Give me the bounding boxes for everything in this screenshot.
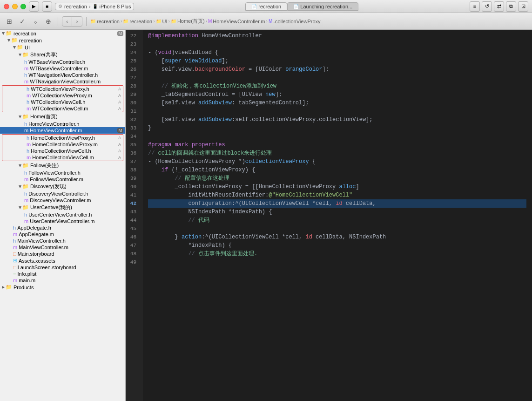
bc-item-6[interactable]: M -collectionViewProxy: [269, 19, 321, 24]
sidebar-item-label: WTCollectionViewProxy.h: [31, 86, 118, 92]
sidebar-item-mainvc-h[interactable]: h MainViewController.h: [0, 238, 125, 244]
sidebar-item-label: Share(共享): [30, 51, 125, 58]
sidebar-item-homecell-m[interactable]: m HomeCollectionViewCell.m A: [2, 154, 123, 161]
sidebar-item-usercentervc-h[interactable]: h UserCenterViewController.h: [0, 211, 125, 218]
sidebar-item-wtcell-m[interactable]: m WTCollectionViewCell.m A: [2, 105, 123, 112]
forward-arrow[interactable]: ›: [72, 16, 82, 27]
code-line-34: [148, 132, 526, 141]
close-button[interactable]: [4, 4, 9, 9]
sidebar-item-wtnav-m[interactable]: m WTNavigationViewController.m: [0, 78, 125, 85]
code-line-47: *indexPath) {: [148, 241, 526, 250]
sidebar-item-discovery[interactable]: ▶ 📁 Discovery(发现): [0, 183, 125, 190]
run-button[interactable]: ▶: [29, 1, 39, 12]
sidebar-item-mainvc-m[interactable]: m MainViewController.m: [0, 244, 125, 251]
tab-recreation[interactable]: 📄 recreation: [245, 2, 287, 11]
check-button[interactable]: ✓: [17, 16, 28, 27]
sidebar-item-label: Assets.xcassets: [19, 258, 125, 264]
badge-a: A: [118, 136, 121, 140]
sidebar-item-main-m[interactable]: m main.m: [0, 277, 125, 284]
sidebar-item-assets[interactable]: ⊞ Assets.xcassets: [0, 257, 125, 264]
device-name: iPhone 8 Plus: [100, 4, 131, 9]
sidebar-item-wtbase-h[interactable]: h WTBaseViewController.h: [0, 59, 125, 65]
sidebar-item-label: FollowViewController.m: [30, 177, 125, 182]
stop-button[interactable]: ■: [42, 1, 52, 12]
line-numbers: 22 23 24 25 26 27 28 29 30 31 32 33 34 3…: [126, 30, 142, 401]
sidebar-item-label: recreation: [13, 31, 117, 36]
h-file-icon: h: [24, 212, 27, 217]
sidebar-item-discoveryvc-h[interactable]: h DiscoveryViewController.h: [0, 190, 125, 197]
code-line-24: - (void)viewDidLoad {: [148, 48, 526, 57]
bc-folder-icon-4: 📁: [171, 19, 176, 24]
sidebar-item-followvc-h[interactable]: h FollowViewController.h: [0, 170, 125, 176]
sidebar-item-usercentervc-m[interactable]: m UserCenterViewController.m: [0, 218, 125, 224]
navigator-toggle[interactable]: ≡: [470, 1, 480, 12]
scheme-selector[interactable]: ⚙ recreation › 📱 iPhone 8 Plus: [55, 3, 134, 10]
sidebar-item-appdelegate-h[interactable]: h AppDelegate.h: [0, 224, 125, 231]
sidebar-item-main-storyboard[interactable]: □ Main.storyboard: [0, 251, 125, 257]
sidebar-item-launch-storyboard[interactable]: □ LaunchScreen.storyboard: [0, 264, 125, 271]
badge-a: A: [118, 149, 121, 153]
split-button[interactable]: ⧉: [506, 1, 516, 12]
sidebar-item-wtbase-m[interactable]: m WTBaseViewController.m: [0, 65, 125, 72]
add-button[interactable]: ⊞: [4, 16, 15, 27]
swap-button[interactable]: ⇄: [494, 1, 504, 12]
bc-item-3[interactable]: 📁 UI: [156, 19, 168, 24]
layout-button[interactable]: ⊡: [518, 1, 528, 12]
refresh-button[interactable]: ↺: [482, 1, 492, 12]
sidebar-item-follow[interactable]: ▶ 📁 Follow(关注): [0, 162, 125, 170]
sidebar-item-label: WTCollectionViewCell.h: [31, 99, 118, 105]
sidebar-item-recreation-child[interactable]: ▶ 📁 recreation: [0, 37, 125, 44]
badge-m: M: [117, 31, 124, 36]
sidebar-item-homevc-m[interactable]: m HomeViewController.m M: [0, 127, 125, 134]
sidebar-item-homevc-h[interactable]: h HomeViewController.h: [0, 121, 125, 127]
m-file-icon: m: [24, 197, 28, 203]
bc-label-6: -collectionViewProxy: [273, 19, 320, 24]
diamond-button[interactable]: ⬦: [30, 16, 41, 27]
triangle-icon: ▶: [1, 32, 6, 35]
sidebar-item-label: WTBaseViewController.m: [30, 66, 125, 71]
sidebar-item-wtnav-h[interactable]: h WTNavigationViewController.h: [0, 72, 125, 78]
sidebar-item-home[interactable]: ▶ 📁 Home(首页): [0, 113, 125, 121]
maximize-button[interactable]: [20, 4, 26, 9]
sidebar-item-homeproxy-h[interactable]: h HomeCollectionViewProxy.h A: [2, 135, 123, 141]
bc-file-icon-5: M: [208, 19, 212, 24]
code-editor[interactable]: 22 23 24 25 26 27 28 29 30 31 32 33 34 3…: [126, 30, 532, 401]
sidebar-item-wtcell-h[interactable]: h WTCollectionViewCell.h A: [2, 99, 123, 105]
bc-item-4[interactable]: 📁 Home(首页): [171, 18, 205, 25]
m-file-icon: m: [27, 155, 31, 160]
sidebar-item-followvc-m[interactable]: m FollowViewController.m: [0, 176, 125, 183]
sidebar-item-homeproxy-m[interactable]: m HomeCollectionViewProxy.m A: [2, 141, 123, 148]
sidebar-item-appdelegate-m[interactable]: m AppDelegate.m: [0, 231, 125, 238]
line-num-27: 27: [128, 74, 138, 82]
sidebar-item-wtproxy-m[interactable]: m WTCollectionViewProxy.m A: [2, 92, 123, 99]
sidebar-item-share[interactable]: ▶ 📁 Share(共享): [0, 51, 125, 59]
bc-item-1[interactable]: 📁 recreation: [90, 19, 120, 24]
folder-icon: 📁: [6, 284, 12, 290]
m-file-icon: m: [13, 278, 17, 283]
code-line-30: [self.view addSubview:_tabSegmentedContr…: [148, 99, 526, 107]
minimize-button[interactable]: [12, 4, 18, 9]
sidebar-item-label: WTBaseViewController.h: [28, 59, 125, 65]
bc-label-1: recreation: [97, 19, 120, 24]
sidebar-item-label: UserCenterViewController.h: [28, 212, 125, 217]
bc-item-5[interactable]: M HomeViewController.m: [208, 19, 265, 24]
line-num-39: 39: [128, 174, 138, 183]
sidebar-item-usercenter[interactable]: ▶ 📁 UserCentwe(我的): [0, 204, 125, 211]
badge-m-selected: M: [117, 128, 124, 133]
sidebar-item-products[interactable]: ▶ 📁 Products: [0, 284, 125, 291]
sidebar-item-discoveryvc-m[interactable]: m DiscoveryViewController.m: [0, 197, 125, 204]
folder-icon: 📁: [11, 37, 18, 43]
sidebar-item-homecell-h[interactable]: h HomeCollectionViewCell.h A: [2, 148, 123, 154]
back-arrow[interactable]: ‹: [62, 16, 72, 27]
sidebar-item-ui[interactable]: ▶ 📁 UI: [0, 44, 125, 51]
sidebar-item-recreation-root[interactable]: ▶ 📁 recreation M: [0, 30, 125, 37]
sidebar-item-wtproxy-h[interactable]: h WTCollectionViewProxy.h A: [2, 86, 123, 92]
tab-launching[interactable]: 📄 Launching recreation...: [287, 2, 358, 11]
m-file-icon: m: [13, 231, 17, 237]
plus-button[interactable]: ⊕: [43, 16, 54, 27]
line-num-44: 44: [128, 216, 138, 224]
bc-item-2[interactable]: 📁 recreation: [123, 19, 152, 24]
title-bar: ▶ ■ ⚙ recreation › 📱 iPhone 8 Plus 📄 rec…: [0, 0, 532, 13]
triangle-icon: ▶: [18, 116, 22, 118]
sidebar-item-infoplist[interactable]: ≡ Info.plist: [0, 271, 125, 277]
